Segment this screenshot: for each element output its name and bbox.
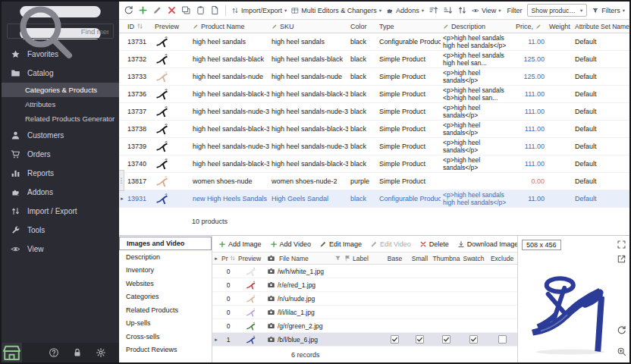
image-exclude-checkbox[interactable]: [487, 292, 517, 305]
tab-categories[interactable]: Categories: [119, 290, 212, 304]
image-swatch-checkbox[interactable]: [460, 292, 487, 305]
sidebar-item-addons[interactable]: Addons: [2, 183, 119, 202]
filters-menu[interactable]: Filters ▾: [592, 7, 625, 14]
gear-icon[interactable]: [96, 347, 106, 358]
tab-product-reviews[interactable]: Product Reviews: [119, 344, 212, 357]
image-exclude-checkbox[interactable]: [487, 333, 517, 346]
sidebar-item-attributes[interactable]: Attributes: [2, 97, 119, 111]
image-base-checkbox[interactable]: [382, 265, 407, 278]
col-type[interactable]: Type: [377, 20, 441, 33]
open-external-icon[interactable]: [617, 254, 626, 264]
sidebar-item-categories-products[interactable]: Categories & Products: [2, 83, 119, 97]
sidebar-item-reports[interactable]: Reports: [2, 164, 119, 183]
import-export-menu[interactable]: Import/Export ▾: [231, 7, 287, 14]
sidebar-item-tools[interactable]: Tools: [2, 221, 119, 240]
zoom-icon[interactable]: [617, 347, 626, 356]
view-menu[interactable]: View ▾: [472, 7, 501, 14]
image-row-5[interactable]: 0/g/r/green_2.jpg: [212, 319, 517, 333]
product-row-13737[interactable]: 13737high heel sandals-nude-36high heel …: [119, 103, 629, 121]
col-image-preview[interactable]: Preview: [237, 253, 265, 264]
image-thumbnail-checkbox[interactable]: [432, 265, 460, 278]
image-thumbnail-checkbox[interactable]: [432, 319, 460, 332]
col-thumbnail[interactable]: Thumbna: [432, 253, 460, 264]
checkbox[interactable]: [416, 335, 424, 344]
delete-image-button[interactable]: Delete: [419, 240, 449, 248]
help-icon[interactable]: [49, 347, 59, 358]
image-swatch-checkbox[interactable]: [460, 265, 487, 278]
image-row-3[interactable]: 0/n/u/nude.jpg: [212, 292, 517, 306]
paste-icon[interactable]: [196, 5, 206, 15]
image-small-checkbox[interactable]: [407, 319, 432, 332]
sidebar-search[interactable]: [7, 24, 114, 39]
checkbox[interactable]: [442, 335, 450, 344]
add-image-button[interactable]: Add Image: [218, 240, 262, 248]
image-thumbnail-checkbox[interactable]: [432, 278, 460, 291]
tab-cross-sells[interactable]: Cross-sells: [119, 330, 212, 344]
fullscreen-icon[interactable]: [617, 240, 626, 249]
col-id[interactable]: ID: [125, 20, 152, 33]
image-thumbnail-checkbox[interactable]: [432, 333, 460, 346]
product-row-13738[interactable]: 13738high heel sandals-black-37high heel…: [119, 121, 629, 138]
image-row-1[interactable]: 0/w/h/white_1.jpg: [212, 265, 517, 278]
col-exclude[interactable]: Exclude: [487, 253, 517, 264]
col-price[interactable]: Price,: [513, 20, 547, 33]
sidebar-item-catalog[interactable]: Catalog: [2, 64, 119, 83]
product-row-13740[interactable]: 13740high heel sandals-black-38high heel…: [119, 155, 629, 173]
image-swatch-checkbox[interactable]: [460, 278, 487, 291]
search-input[interactable]: [81, 27, 108, 36]
sort-updown-icon[interactable]: [457, 5, 467, 15]
sidebar-item-orders[interactable]: Orders: [2, 145, 119, 164]
image-swatch-checkbox[interactable]: [460, 306, 487, 318]
addons-menu[interactable]: Addons ▾: [386, 7, 424, 14]
image-thumbnail-checkbox[interactable]: [432, 292, 460, 305]
image-thumbnail-checkbox[interactable]: [432, 306, 460, 318]
tab-related-products[interactable]: Related Products: [119, 303, 212, 317]
image-small-checkbox[interactable]: [407, 265, 432, 278]
product-row-13732[interactable]: 13732high heel sandals-blackhigh heel sa…: [119, 51, 629, 68]
image-small-checkbox[interactable]: [407, 292, 432, 305]
col-attribute-set[interactable]: Attribute Set Name: [573, 20, 629, 33]
col-description[interactable]: Description: [441, 20, 513, 33]
col-small[interactable]: Small: [407, 253, 432, 264]
product-row-13736[interactable]: 13736high heel sandals-black-36high heel…: [119, 86, 629, 103]
image-row-2[interactable]: 0/r/e/red_1.jpg: [212, 278, 517, 292]
image-swatch-checkbox[interactable]: [460, 319, 487, 332]
image-base-checkbox[interactable]: [382, 333, 407, 346]
col-preview[interactable]: Preview: [152, 20, 190, 33]
tab-inventory[interactable]: Inventory: [119, 264, 212, 278]
image-base-checkbox[interactable]: [382, 306, 407, 318]
edit-product-icon[interactable]: [152, 5, 162, 15]
image-size-field[interactable]: 508 x 456: [522, 240, 561, 250]
add-video-button[interactable]: Add Video: [270, 240, 311, 248]
product-row-13739[interactable]: 13739high heel sandals-nude-37high heel …: [119, 138, 629, 155]
sort-asc-icon[interactable]: [429, 5, 438, 15]
sort-desc-icon[interactable]: [443, 5, 453, 15]
sidebar-item-import-export[interactable]: Import / Export: [2, 202, 119, 221]
lock-icon[interactable]: [72, 347, 83, 358]
product-row-13931[interactable]: ▸13931new High Heels SandalsHigh Geels S…: [119, 190, 629, 208]
image-swatch-checkbox[interactable]: [460, 333, 487, 346]
col-label[interactable]: Label: [343, 253, 382, 264]
col-file-name[interactable]: File Name: [265, 253, 343, 264]
checkbox[interactable]: [469, 335, 478, 344]
col-priority[interactable]: Pr: [220, 253, 237, 264]
image-row-6[interactable]: ▸1/b/l/blue_6.jpg: [212, 333, 517, 347]
col-base[interactable]: Base: [382, 253, 407, 264]
image-row-4[interactable]: 0/l/i/lilac_1.jpg: [212, 306, 517, 319]
col-swatch[interactable]: Swatch: [460, 253, 487, 264]
edit-video-button[interactable]: Edit Video: [370, 240, 411, 248]
sidebar-item-related-products-generator[interactable]: Related Products Generator: [2, 111, 119, 126]
image-exclude-checkbox[interactable]: [487, 306, 517, 318]
refresh-icon[interactable]: [124, 5, 133, 15]
checkbox[interactable]: [498, 335, 507, 344]
image-exclude-checkbox[interactable]: [487, 278, 517, 291]
col-color[interactable]: Color: [348, 20, 377, 33]
delete-product-icon[interactable]: [167, 5, 177, 15]
image-small-checkbox[interactable]: [407, 278, 432, 291]
image-small-checkbox[interactable]: [407, 333, 432, 346]
category-filter-select[interactable]: Show products from selected categories ▾: [527, 4, 588, 17]
tab-images-and-video[interactable]: Images and Video: [119, 237, 212, 250]
tab-up-sells[interactable]: Up-sells: [119, 317, 212, 331]
sidebar-item-favorites[interactable]: Favorites: [2, 45, 119, 64]
edit-image-button[interactable]: Edit Image: [319, 240, 362, 248]
